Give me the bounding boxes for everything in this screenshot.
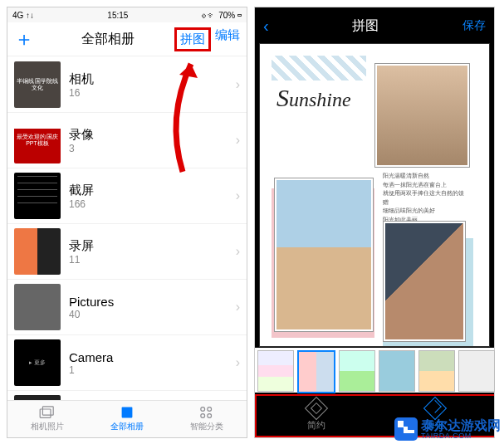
status-bar: 4G ↑↓ 15:15 ⊘ ᯤ 70% ▭ xyxy=(7,7,247,22)
svg-point-4 xyxy=(208,407,212,412)
album-thumbnail: ▸ 更多 xyxy=(14,339,61,386)
left-phone-albums: 4G ↑↓ 15:15 ⊘ ᯤ 70% ▭ ＋ 全部相册 拼图 编辑 半铜线 国… xyxy=(7,7,247,438)
album-name: 截屏 xyxy=(69,183,94,198)
add-button[interactable]: ＋ xyxy=(14,26,32,52)
svg-rect-0 xyxy=(40,409,51,417)
album-thumbnail xyxy=(14,228,61,275)
album-name: Pictures xyxy=(69,295,114,309)
collage-mode-bar: 简约 海报 xyxy=(255,394,494,437)
svg-point-5 xyxy=(201,414,205,418)
chevron-right-icon: › xyxy=(236,244,240,259)
tab-all-albums[interactable]: 全部相册 xyxy=(87,401,167,437)
page-title: 拼图 xyxy=(269,17,462,35)
chevron-right-icon: › xyxy=(236,355,240,370)
tab-label: 智能分类 xyxy=(190,421,223,432)
stack-icon xyxy=(39,406,56,419)
template-thumb[interactable] xyxy=(458,350,495,392)
template-thumb[interactable] xyxy=(257,350,294,392)
template-thumb-selected[interactable] xyxy=(297,350,335,393)
album-row[interactable]: 最受欢迎的 国庆PPT模板 录像 3 › xyxy=(7,113,247,168)
album-row[interactable]: Pictures 40 › xyxy=(7,280,247,335)
collage-button[interactable]: 拼图 xyxy=(174,27,211,51)
album-count: 3 xyxy=(69,143,94,154)
nav-right-actions: 拼图 编辑 xyxy=(174,27,240,51)
svg-rect-2 xyxy=(122,407,133,418)
chevron-right-icon: › xyxy=(236,188,240,203)
tab-smart[interactable]: 智能分类 xyxy=(167,401,247,437)
tab-label: 相机照片 xyxy=(31,421,64,432)
chevron-right-icon: › xyxy=(236,77,240,92)
poster-photo-left[interactable] xyxy=(275,178,373,331)
album-count: 1 xyxy=(69,364,113,376)
album-count: 11 xyxy=(69,254,94,266)
poster-headline: Sunshine xyxy=(276,84,351,112)
chevron-right-icon: › xyxy=(236,300,240,315)
save-button[interactable]: 保存 xyxy=(462,18,486,33)
right-phone-collage: ‹ 拼图 保存 Sunshine 阳光温暖清新自然 每洒一抹阳光洒在窗台上 就便… xyxy=(254,7,495,438)
album-count: 40 xyxy=(69,309,114,320)
poster-caption: 阳光温暖清新自然 每洒一抹阳光洒在窗台上 就便用两双手捧住这大自然的馈赠 细细品… xyxy=(383,172,469,224)
battery-indicator: ⊘ ᯤ 70% ▭ xyxy=(202,11,242,20)
template-strip[interactable] xyxy=(255,348,494,393)
page-title: 全部相册 xyxy=(41,31,174,48)
collage-canvas[interactable]: Sunshine 阳光温暖清新自然 每洒一抹阳光洒在窗台上 就便用两双手捧住这大… xyxy=(260,44,489,346)
svg-point-6 xyxy=(208,414,212,418)
album-icon xyxy=(119,406,135,419)
poster-photo-top[interactable] xyxy=(375,64,469,167)
template-thumb[interactable] xyxy=(418,350,455,392)
album-name: Camera xyxy=(69,350,113,364)
album-row[interactable]: 半铜线 国学院线文化 相机 16 › xyxy=(7,57,247,113)
album-count: 166 xyxy=(69,198,94,210)
album-thumbnail: 半铜线 国学院线文化 xyxy=(14,61,61,108)
albums-navbar: ＋ 全部相册 拼图 编辑 xyxy=(7,22,247,56)
svg-rect-1 xyxy=(42,407,53,415)
collage-navbar: ‹ 拼图 保存 xyxy=(255,7,494,44)
svg-point-3 xyxy=(201,407,205,412)
decorative-stripe xyxy=(272,56,366,81)
album-count: 16 xyxy=(69,87,94,99)
clock: 15:15 xyxy=(34,11,202,20)
mode-simple[interactable]: 简约 xyxy=(257,396,375,436)
simple-icon xyxy=(304,397,327,420)
grid-icon xyxy=(198,406,215,419)
album-row[interactable]: ▸ 更多 Camera 1 › xyxy=(7,335,247,391)
back-button[interactable]: ‹ xyxy=(263,17,269,36)
album-row[interactable]: 截屏 166 › xyxy=(7,168,247,224)
template-thumb[interactable] xyxy=(379,350,415,392)
tab-camera-photos[interactable]: 相机照片 xyxy=(7,401,87,437)
mode-label: 简约 xyxy=(307,419,325,432)
album-list[interactable]: 半铜线 国学院线文化 相机 16 › 最受欢迎的 国庆PPT模板 录像 3 › … xyxy=(7,57,247,401)
album-name: 相机 xyxy=(69,71,94,87)
album-name: 录屏 xyxy=(69,238,94,254)
album-thumbnail: 最受欢迎的 国庆PPT模板 xyxy=(14,117,61,163)
album-row[interactable]: 录屏 11 › xyxy=(7,224,247,280)
template-thumb[interactable] xyxy=(339,350,375,392)
poster-photo-right[interactable] xyxy=(384,222,465,341)
bottom-tabbar: 相机照片 全部相册 智能分类 xyxy=(7,400,247,437)
album-name: 录像 xyxy=(69,127,94,143)
mode-poster[interactable]: 海报 xyxy=(375,396,494,436)
tab-label: 全部相册 xyxy=(110,421,144,432)
album-thumbnail xyxy=(14,173,61,219)
poster-icon xyxy=(423,397,446,420)
album-thumbnail xyxy=(14,284,61,330)
chevron-right-icon: › xyxy=(236,133,240,148)
mode-label: 海报 xyxy=(426,419,444,432)
signal-indicator: 4G ↑↓ xyxy=(12,11,34,20)
edit-button[interactable]: 编辑 xyxy=(215,27,240,51)
